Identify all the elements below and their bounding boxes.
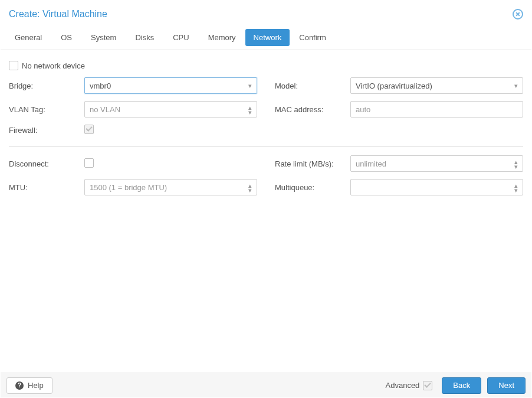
disconnect-field: Disconnect: [9, 155, 257, 172]
multiqueue-field: Multiqueue: ▴▾ [275, 179, 523, 195]
bridge-value: vmbr0 [90, 81, 111, 90]
spinner-icon: ▴▾ [248, 105, 252, 114]
mtu-value: 1500 (1 = bridge MTU) [90, 183, 167, 192]
firewall-checkbox[interactable] [84, 125, 94, 134]
vlan-label: VLAN Tag: [9, 105, 84, 114]
spinner-icon: ▴▾ [514, 159, 518, 168]
multiqueue-label: Multiqueue: [275, 183, 350, 192]
tab-general[interactable]: General [5, 27, 51, 48]
tab-confirm[interactable]: Confirm [290, 27, 336, 48]
window-title: Create: Virtual Machine [9, 9, 107, 19]
mac-field: MAC address: auto [275, 101, 523, 118]
no-network-checkbox[interactable] [9, 61, 18, 70]
tab-content: No network device Bridge: vmbr0 ▾ Model:… [1, 50, 531, 373]
spinner-icon: ▴▾ [248, 182, 252, 192]
chevron-down-icon: ▾ [248, 83, 252, 89]
rate-value: unlimited [356, 159, 386, 168]
vlan-value: no VLAN [90, 105, 120, 114]
help-button[interactable]: ? Help [6, 377, 52, 394]
firewall-field: Firewall: [9, 125, 257, 136]
tab-disks[interactable]: Disks [126, 27, 163, 48]
vlan-field: VLAN Tag: no VLAN ▴▾ [9, 101, 257, 118]
next-button[interactable]: Next [487, 377, 526, 394]
model-label: Model: [275, 81, 350, 90]
form-grid-lower: Disconnect: Rate limit (MB/s): unlimited… [9, 155, 523, 203]
tab-memory[interactable]: Memory [199, 27, 245, 48]
footer: ? Help Advanced Back Next [1, 373, 531, 397]
rate-field: Rate limit (MB/s): unlimited ▴▾ [275, 155, 523, 172]
vlan-input[interactable]: no VLAN ▴▾ [84, 101, 257, 118]
mtu-label: MTU: [9, 183, 84, 192]
bridge-label: Bridge: [9, 81, 84, 90]
rate-label: Rate limit (MB/s): [275, 159, 350, 168]
tab-network[interactable]: Network [245, 29, 290, 46]
spinner-icon: ▴▾ [514, 182, 518, 192]
wizard-window: Create: Virtual Machine General OS Syste… [0, 0, 532, 398]
close-icon[interactable] [513, 9, 523, 19]
help-label: Help [28, 381, 44, 390]
mtu-field: MTU: 1500 (1 = bridge MTU) ▴▾ [9, 179, 257, 195]
tab-system[interactable]: System [81, 27, 126, 48]
divider [9, 146, 523, 147]
firewall-label: Firewall: [9, 126, 84, 135]
back-button[interactable]: Back [442, 377, 481, 394]
model-value: VirtIO (paravirtualized) [356, 81, 432, 90]
disconnect-label: Disconnect: [9, 159, 84, 168]
chevron-down-icon: ▾ [514, 83, 518, 89]
tab-cpu[interactable]: CPU [163, 27, 198, 48]
advanced-toggle[interactable]: Advanced [386, 381, 436, 390]
rate-input[interactable]: unlimited ▴▾ [350, 155, 523, 172]
mac-input[interactable]: auto [350, 101, 523, 118]
mtu-input[interactable]: 1500 (1 = bridge MTU) ▴▾ [84, 179, 257, 195]
advanced-label: Advanced [386, 381, 420, 390]
model-select[interactable]: VirtIO (paravirtualized) ▾ [350, 77, 523, 94]
bridge-select[interactable]: vmbr0 ▾ [84, 77, 257, 94]
advanced-checkbox[interactable] [423, 381, 432, 390]
titlebar: Create: Virtual Machine [1, 1, 531, 25]
tab-os[interactable]: OS [51, 27, 81, 48]
wizard-tabs: General OS System Disks CPU Memory Netwo… [1, 25, 531, 50]
disconnect-checkbox[interactable] [84, 158, 94, 168]
help-icon: ? [15, 381, 24, 390]
mac-label: MAC address: [275, 105, 350, 114]
multiqueue-input[interactable]: ▴▾ [350, 179, 523, 195]
mac-value: auto [356, 105, 370, 114]
model-field: Model: VirtIO (paravirtualized) ▾ [275, 77, 523, 94]
bridge-field: Bridge: vmbr0 ▾ [9, 77, 257, 94]
no-network-row: No network device [9, 57, 523, 77]
form-grid-upper: Bridge: vmbr0 ▾ Model: VirtIO (paravirtu… [9, 77, 523, 143]
no-network-label: No network device [22, 61, 85, 70]
